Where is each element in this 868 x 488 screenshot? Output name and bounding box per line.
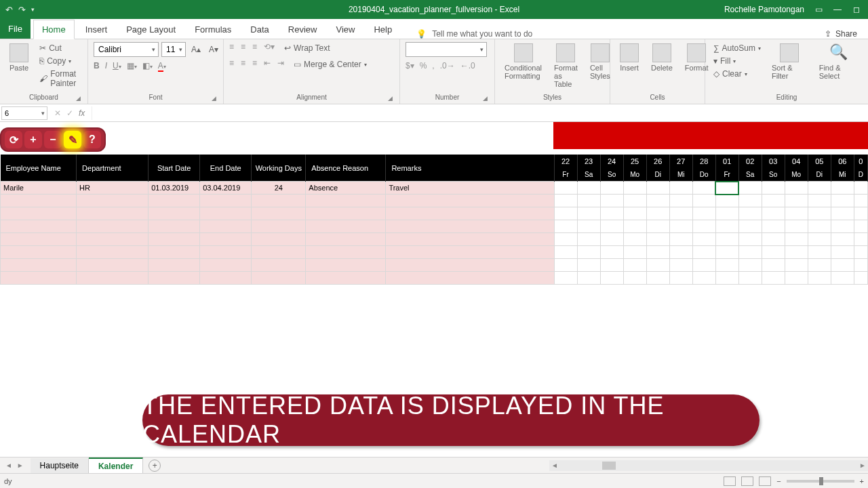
empty-cell[interactable]: [77, 246, 149, 259]
font-name-select[interactable]: Calibri: [94, 42, 159, 57]
empty-cell[interactable]: [252, 259, 306, 272]
cell-end[interactable]: 03.04.2019: [200, 182, 252, 195]
calendar-cell[interactable]: [600, 233, 623, 246]
clear-button[interactable]: ◇Clear▾: [711, 68, 764, 80]
calendar-cell[interactable]: [646, 207, 669, 220]
align-bottom-icon[interactable]: ≡: [252, 42, 257, 54]
empty-cell[interactable]: [386, 195, 554, 207]
empty-cell[interactable]: [306, 259, 386, 272]
orientation-icon[interactable]: ⟲▾: [264, 42, 275, 54]
calendar-cell[interactable]: [623, 272, 646, 285]
calendar-cell[interactable]: [831, 272, 854, 285]
redo-icon[interactable]: ↷: [18, 5, 26, 15]
empty-cell[interactable]: [200, 246, 252, 259]
maximize-icon[interactable]: ◻: [852, 5, 861, 14]
calendar-cell[interactable]: [577, 195, 600, 207]
calendar-cell[interactable]: [646, 220, 669, 233]
calendar-cell[interactable]: [854, 220, 867, 233]
calendar-cell[interactable]: [600, 195, 623, 207]
calendar-cell[interactable]: [785, 195, 808, 207]
tab-data[interactable]: Data: [242, 20, 277, 39]
horizontal-scrollbar[interactable]: ◄ ►: [549, 460, 868, 471]
calendar-cell[interactable]: [692, 272, 715, 285]
name-box[interactable]: 6: [1, 106, 47, 120]
calendar-cell[interactable]: [808, 195, 831, 207]
calendar-cell[interactable]: [854, 246, 867, 259]
cell-name[interactable]: Marile: [1, 182, 77, 195]
empty-cell[interactable]: [200, 272, 252, 285]
calendar-cell[interactable]: [831, 259, 854, 272]
empty-cell[interactable]: [306, 207, 386, 220]
calendar-cell[interactable]: [577, 182, 600, 195]
add-sheet-button[interactable]: +: [149, 460, 161, 472]
scroll-right-icon[interactable]: ►: [857, 462, 868, 469]
zoom-slider[interactable]: [787, 480, 854, 483]
empty-cell[interactable]: [77, 220, 149, 233]
calendar-cell[interactable]: [715, 195, 738, 207]
decrease-font-icon[interactable]: A▾: [206, 42, 221, 57]
calendar-cell[interactable]: [831, 207, 854, 220]
calendar-cell[interactable]: [831, 220, 854, 233]
enter-icon[interactable]: ✓: [66, 108, 73, 118]
border-button[interactable]: ▦▾: [127, 61, 137, 70]
delete-cells-button[interactable]: Delete: [647, 42, 677, 73]
bold-button[interactable]: B: [94, 61, 100, 70]
cell-remarks[interactable]: Travel: [386, 182, 554, 195]
align-middle-icon[interactable]: ≡: [241, 42, 245, 54]
calendar-cell[interactable]: [623, 182, 646, 195]
paste-button[interactable]: Paste: [5, 42, 33, 73]
add-button[interactable]: +: [24, 131, 42, 148]
calendar-cell[interactable]: [692, 220, 715, 233]
scrollbar-thumb[interactable]: [602, 462, 616, 470]
dialog-launcher-icon[interactable]: ◢: [212, 95, 216, 102]
empty-cell[interactable]: [1, 233, 77, 246]
normal-view-button[interactable]: [724, 476, 736, 486]
calendar-cell[interactable]: [623, 207, 646, 220]
empty-cell[interactable]: [149, 233, 200, 246]
comma-icon[interactable]: ,: [432, 61, 434, 70]
wrap-text-button[interactable]: ↩Wrap Text: [281, 42, 333, 54]
calendar-cell[interactable]: [715, 233, 738, 246]
calendar-cell[interactable]: [831, 195, 854, 207]
empty-cell[interactable]: [1, 246, 77, 259]
calendar-cell[interactable]: [762, 233, 785, 246]
calendar-cell[interactable]: [600, 259, 623, 272]
help-button[interactable]: ?: [83, 131, 101, 148]
empty-cell[interactable]: [252, 195, 306, 207]
calendar-cell[interactable]: [646, 246, 669, 259]
calendar-cell[interactable]: [600, 272, 623, 285]
empty-cell[interactable]: [252, 272, 306, 285]
calendar-cell[interactable]: [646, 259, 669, 272]
calendar-cell[interactable]: [669, 220, 692, 233]
empty-cell[interactable]: [386, 259, 554, 272]
calendar-cell[interactable]: [600, 246, 623, 259]
calendar-cell[interactable]: [715, 259, 738, 272]
empty-cell[interactable]: [77, 195, 149, 207]
empty-cell[interactable]: [77, 272, 149, 285]
tab-page-layout[interactable]: Page Layout: [118, 20, 184, 39]
share-button[interactable]: ⇪ Share: [825, 29, 868, 39]
calendar-cell[interactable]: [623, 195, 646, 207]
calendar-cell[interactable]: [577, 246, 600, 259]
calendar-cell[interactable]: [808, 246, 831, 259]
sheet-tab-hauptseite[interactable]: Hauptseite: [31, 458, 89, 473]
tab-review[interactable]: Review: [280, 20, 326, 39]
edit-button[interactable]: ✎: [64, 131, 81, 148]
increase-decimal-icon[interactable]: .0→: [440, 61, 455, 70]
empty-cell[interactable]: [1, 220, 77, 233]
calendar-cell[interactable]: [808, 207, 831, 220]
calendar-cell[interactable]: [600, 207, 623, 220]
calendar-cell[interactable]: [669, 195, 692, 207]
empty-cell[interactable]: [306, 272, 386, 285]
calendar-cell[interactable]: [831, 233, 854, 246]
calendar-cell[interactable]: [738, 207, 762, 220]
fill-color-button[interactable]: ◧▾: [142, 61, 153, 70]
empty-cell[interactable]: [77, 259, 149, 272]
calendar-cell[interactable]: [831, 182, 854, 195]
calendar-cell[interactable]: [554, 220, 577, 233]
calendar-cell[interactable]: [669, 207, 692, 220]
calendar-cell[interactable]: [715, 246, 738, 259]
calendar-cell[interactable]: [715, 182, 738, 195]
empty-cell[interactable]: [149, 207, 200, 220]
calendar-cell[interactable]: [623, 246, 646, 259]
